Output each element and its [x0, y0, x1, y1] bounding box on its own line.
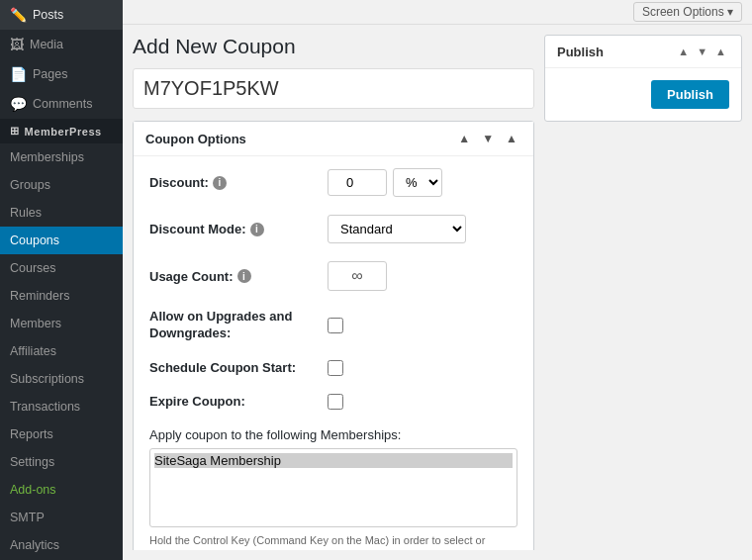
discount-type-select[interactable]: % $: [393, 168, 442, 197]
publish-button-label: Publish: [667, 87, 713, 102]
sidebar-item-addons[interactable]: Add-ons: [0, 476, 123, 504]
memberpress-icon: ⊞: [10, 125, 20, 138]
discount-mode-row: Discount Mode: i Standard Trial First Pa…: [149, 215, 517, 243]
sidebar-item-pages[interactable]: 📄 Pages: [0, 59, 123, 89]
publish-panel-body: Publish: [545, 68, 741, 121]
content-area: Add New Coupon Coupon Options ▲ ▼ ▲ Dis: [123, 25, 752, 560]
memberships-hint: Hold the Control Key (Command Key on the…: [149, 533, 517, 550]
sidebar-item-smtp[interactable]: SMTP: [0, 504, 123, 531]
sidebar-item-members[interactable]: Members: [0, 310, 123, 337]
right-column: Publish ▲ ▼ ▲ Publish: [544, 35, 742, 550]
discount-label: Discount: i: [149, 175, 328, 190]
allow-upgrades-controls: [328, 318, 343, 333]
coupon-options-header: Coupon Options ▲ ▼ ▲: [134, 122, 533, 156]
publish-panel-header: Publish ▲ ▼ ▲: [545, 36, 741, 68]
sidebar-item-transactions[interactable]: Transactions: [0, 393, 123, 420]
coupon-options-title: Coupon Options: [145, 132, 246, 146]
sidebar-label-addons: Add-ons: [10, 483, 56, 497]
sidebar-item-memberships[interactable]: Memberships: [0, 143, 123, 171]
sidebar-label-groups: Groups: [10, 178, 50, 192]
sidebar-item-courses[interactable]: Courses: [0, 254, 123, 282]
sidebar-item-subscriptions[interactable]: Subscriptions: [0, 365, 123, 393]
usage-count-label: Usage Count: i: [149, 269, 328, 284]
screen-options-button[interactable]: Screen Options ▾: [633, 2, 742, 22]
publish-panel-controls: ▲ ▼ ▲: [675, 44, 729, 59]
expire-coupon-checkbox[interactable]: [328, 394, 343, 410]
comments-icon: 💬: [10, 96, 27, 112]
sidebar-label-members: Members: [10, 317, 61, 330]
coupon-code-input[interactable]: [133, 68, 534, 109]
expire-coupon-row: Expire Coupon:: [149, 394, 517, 410]
schedule-start-row: Schedule Coupon Start:: [149, 360, 517, 376]
sidebar-item-analytics[interactable]: Analytics: [0, 531, 123, 559]
coupon-options-body: Discount: i % $: [134, 156, 533, 550]
allow-upgrades-label: Allow on Upgrades and Downgrades:: [149, 309, 328, 342]
publish-panel-down-button[interactable]: ▼: [694, 44, 710, 59]
sidebar-item-groups[interactable]: Groups: [0, 171, 123, 199]
sidebar-label-transactions: Transactions: [10, 400, 80, 414]
schedule-start-checkbox[interactable]: [328, 360, 343, 376]
metabox-expand-button[interactable]: ▲: [502, 130, 521, 147]
sidebar-label-coupons: Coupons: [10, 233, 59, 247]
posts-icon: ✏️: [10, 7, 27, 23]
sidebar-item-rules[interactable]: Rules: [0, 199, 123, 227]
sidebar-item-posts[interactable]: ✏️ Posts: [0, 0, 123, 30]
sidebar-label-smtp: SMTP: [10, 511, 45, 524]
sidebar-label-rules: Rules: [10, 206, 42, 220]
publish-panel-up-button[interactable]: ▲: [675, 44, 692, 59]
sidebar-label-subscriptions: Subscriptions: [10, 372, 84, 386]
sidebar-item-settings[interactable]: Settings: [0, 448, 123, 476]
sidebar: ✏️ Posts 🖼 Media 📄 Pages 💬 Comments ⊞ Me…: [0, 0, 123, 560]
sidebar-item-reports[interactable]: Reports: [0, 420, 123, 448]
discount-info-icon[interactable]: i: [213, 176, 227, 190]
sidebar-label-reminders: Reminders: [10, 289, 69, 303]
left-column: Add New Coupon Coupon Options ▲ ▼ ▲ Dis: [133, 35, 534, 550]
coupon-options-panel: Coupon Options ▲ ▼ ▲ Discount: i: [133, 121, 534, 550]
discount-mode-label: Discount Mode: i: [149, 222, 328, 236]
publish-panel-expand-button[interactable]: ▲: [712, 44, 729, 59]
main-content: Screen Options ▾ Add New Coupon Coupon O…: [123, 0, 752, 560]
discount-mode-select[interactable]: Standard Trial First Payment: [328, 215, 466, 243]
sidebar-label-affiliates: Affiliates: [10, 344, 56, 358]
usage-count-input[interactable]: [328, 261, 387, 291]
discount-row: Discount: i % $: [149, 168, 517, 197]
sidebar-label-reports: Reports: [10, 427, 53, 441]
sidebar-item-media[interactable]: 🖼 Media: [0, 30, 123, 59]
expire-coupon-controls: [328, 394, 343, 410]
metabox-controls: ▲ ▼ ▲: [454, 130, 521, 147]
sidebar-label-pages: Pages: [33, 67, 67, 81]
discount-controls: % $: [328, 168, 442, 197]
memberpress-label: MemberPress: [25, 126, 102, 138]
memberships-section: Apply coupon to the following Membership…: [149, 427, 517, 550]
discount-value-input[interactable]: [328, 169, 387, 196]
sidebar-memberpress-brand[interactable]: ⊞ MemberPress: [0, 119, 123, 143]
memberships-select[interactable]: SiteSaga Membership: [149, 448, 517, 527]
publish-panel: Publish ▲ ▼ ▲ Publish: [544, 35, 742, 122]
discount-mode-info-icon[interactable]: i: [250, 223, 264, 236]
sidebar-item-reminders[interactable]: Reminders: [0, 282, 123, 310]
topbar: Screen Options ▾: [123, 0, 752, 25]
sidebar-item-comments[interactable]: 💬 Comments: [0, 89, 123, 119]
sidebar-label-courses: Courses: [10, 261, 56, 275]
metabox-collapse-down-button[interactable]: ▼: [478, 130, 498, 147]
pages-icon: 📄: [10, 66, 27, 82]
metabox-collapse-up-button[interactable]: ▲: [454, 130, 474, 147]
memberships-apply-label: Apply coupon to the following Membership…: [149, 427, 517, 442]
expire-coupon-label: Expire Coupon:: [149, 394, 328, 409]
sidebar-item-affiliates[interactable]: Affiliates: [0, 337, 123, 365]
usage-count-info-icon[interactable]: i: [237, 269, 251, 283]
sidebar-label-settings: Settings: [10, 455, 54, 469]
screen-options-label: Screen Options: [642, 5, 724, 19]
sidebar-label-comments: Comments: [33, 97, 92, 111]
allow-upgrades-row: Allow on Upgrades and Downgrades:: [149, 309, 517, 342]
schedule-start-label: Schedule Coupon Start:: [149, 360, 328, 375]
usage-count-controls: [328, 261, 387, 291]
publish-button[interactable]: Publish: [651, 80, 729, 109]
media-icon: 🖼: [10, 37, 24, 52]
sidebar-label-analytics: Analytics: [10, 538, 59, 552]
chevron-down-icon: ▾: [727, 5, 733, 19]
allow-upgrades-checkbox[interactable]: [328, 318, 343, 333]
sidebar-label-media: Media: [30, 38, 63, 51]
sidebar-item-coupons[interactable]: Coupons: [0, 227, 123, 254]
sidebar-label-memberships: Memberships: [10, 150, 84, 164]
